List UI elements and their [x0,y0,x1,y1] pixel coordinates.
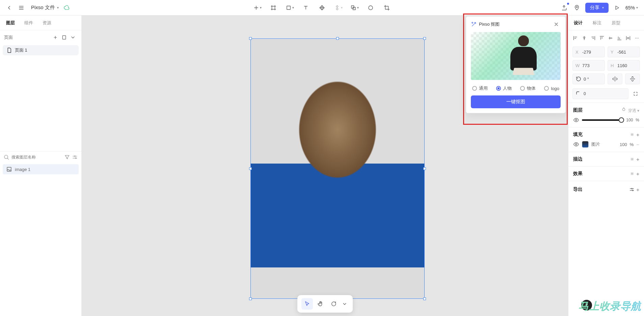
flip-v-button[interactable] [625,74,640,84]
svg-point-4 [576,6,578,7]
tab-design[interactable]: 设计 [574,20,583,26]
opacity-value[interactable]: 100 [626,118,633,122]
radio-object[interactable]: 物体 [520,85,536,91]
fill-type[interactable]: 图片 [591,141,600,147]
svg-rect-13 [631,135,632,136]
y-input[interactable]: Y-561 [608,47,640,57]
pointer-tool[interactable] [301,298,313,310]
frame-tool[interactable] [269,3,278,12]
blend-mode[interactable]: 穿透 ▾ [621,107,639,114]
text-tool[interactable] [301,3,310,12]
crop-tool[interactable] [382,3,391,12]
page-item[interactable]: 页面 1 [3,45,79,55]
tab-annotate[interactable]: 标注 [593,20,601,26]
file-title-text: Pixso 文件 [31,4,55,11]
h-input[interactable]: H1160 [608,60,640,71]
chevron-down-icon: ▾ [57,6,59,9]
svg-rect-9 [7,167,11,171]
location-icon[interactable] [572,3,581,12]
resize-handle-ml[interactable] [249,167,252,170]
share-button[interactable]: 分享 ▾ [585,3,609,13]
radio-general[interactable]: 通用 [472,85,488,91]
radio-person[interactable]: 人物 [496,85,512,91]
ellipse-tool[interactable] [366,3,375,12]
shape-tool[interactable]: ▾ [285,3,294,12]
svg-rect-11 [631,134,632,135]
selection-frame[interactable]: 773×1160 [250,38,425,299]
visibility-icon[interactable] [573,117,579,123]
add-fill-button[interactable]: + [636,132,639,138]
tab-components[interactable]: 组件 [24,19,33,27]
page-list-icon[interactable] [60,33,69,42]
layer-item[interactable]: image 1 [3,164,79,174]
radius-icon [575,91,582,97]
resize-handle-bl[interactable] [249,297,252,300]
resize-handle-br[interactable] [423,297,426,300]
more-align-icon[interactable] [634,34,640,42]
tab-assets[interactable]: 资源 [43,19,51,27]
tab-layers[interactable]: 图层 [6,19,15,27]
play-icon[interactable] [613,3,621,12]
independent-corners-icon[interactable] [631,89,640,98]
export-icon[interactable] [560,3,568,12]
add-tool[interactable]: ▾ [253,3,262,12]
resize-handle-mr[interactable] [423,167,426,170]
menu-icon[interactable] [17,3,26,12]
more-tools[interactable] [341,298,348,310]
flip-h-button[interactable] [608,74,622,84]
layer-search[interactable] [0,151,81,163]
add-export-button[interactable]: + [636,187,639,193]
layer-search-input[interactable] [11,155,62,160]
opacity-slider[interactable] [582,119,623,121]
top-toolbar: Pixso 文件 ▾ ▾ ▾ ▾ ▾ [0,0,644,16]
rotate-icon [575,76,582,82]
resize-handle-tr[interactable] [423,37,426,40]
component-tool[interactable]: ▾ [334,3,343,12]
settings-icon[interactable] [72,154,78,160]
export-section-title: 导出 [573,186,583,193]
export-settings-icon[interactable] [627,185,636,194]
canvas-mini-toolbar [297,295,353,313]
svg-point-10 [575,119,577,121]
corner-radius-input[interactable]: 0 [572,88,628,99]
close-plugin-button[interactable] [552,20,561,29]
add-page-icon[interactable] [51,33,60,42]
move-tool[interactable] [318,3,326,12]
boolean-tool[interactable]: ▾ [350,3,359,12]
add-effect-button[interactable]: + [636,171,639,177]
w-input[interactable]: W773 [572,60,605,71]
align-right-icon[interactable] [590,34,596,42]
add-stroke-button[interactable]: + [636,156,639,162]
resize-handle-tl[interactable] [249,37,252,40]
effect-section-title: 效果 [573,171,583,177]
pages-label: 页面 [4,34,13,40]
rotate-input[interactable]: 0 ° [572,74,605,84]
align-top-icon[interactable] [599,34,605,42]
align-bottom-icon[interactable] [616,34,622,42]
align-center-v-icon[interactable] [608,34,614,42]
file-title[interactable]: Pixso 文件 ▾ [31,4,59,11]
visibility-icon[interactable] [573,141,579,147]
fill-shortcut [630,132,634,137]
fill-opacity[interactable]: 100 [620,142,627,147]
distribute-icon[interactable] [625,34,631,42]
filter-icon[interactable] [64,154,70,160]
radio-logo[interactable]: logo [544,86,559,91]
cloud-sync-icon[interactable] [62,3,71,12]
align-center-h-icon[interactable] [581,34,587,42]
remove-fill-button[interactable]: − [636,142,639,147]
x-input[interactable]: X-279 [572,47,605,57]
collapse-pages-icon[interactable] [69,33,77,42]
zoom-control[interactable]: 65% ▾ [625,5,639,10]
hand-tool[interactable] [315,298,326,310]
resize-handle-tm[interactable] [336,37,339,40]
align-left-icon[interactable] [572,34,579,42]
one-click-cutout-button[interactable]: 一键抠图 [471,95,561,108]
fill-swatch[interactable] [582,141,589,148]
svg-point-3 [369,6,373,10]
comment-tool[interactable] [328,298,339,310]
svg-point-25 [633,190,634,191]
back-icon[interactable] [5,3,14,12]
tab-prototype[interactable]: 原型 [612,20,620,26]
svg-point-24 [632,188,633,189]
